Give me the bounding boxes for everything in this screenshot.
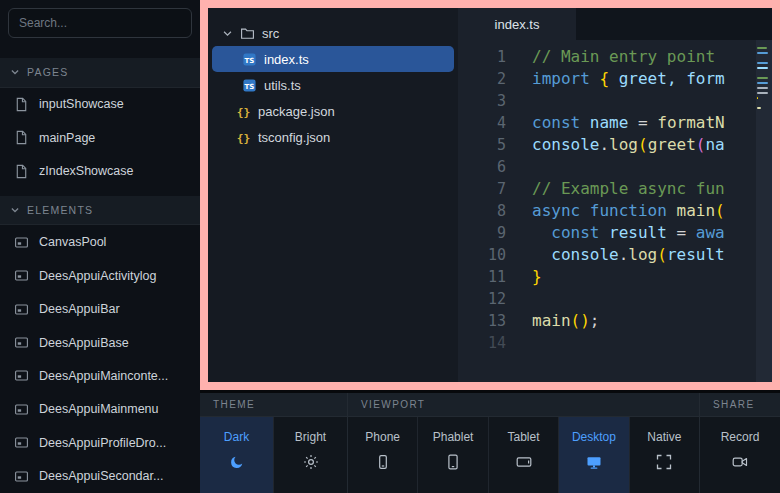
- phablet-icon: [445, 454, 461, 470]
- toolbar-group-viewport: VIEWPORT Phone Phablet Tablet: [348, 393, 700, 493]
- sidebar-item-mainPage[interactable]: mainPage: [0, 121, 200, 154]
- line-number: 8: [458, 200, 506, 222]
- code-line[interactable]: 13main();: [458, 310, 772, 332]
- tree-file-utils-ts[interactable]: TS utils.ts: [212, 72, 454, 98]
- code-line[interactable]: 12: [458, 288, 772, 310]
- search-wrap: [0, 0, 200, 46]
- sidebar-item-zIndexShowcase[interactable]: zIndexShowcase: [0, 154, 200, 187]
- code-line[interactable]: 14: [458, 332, 772, 354]
- toolbar-buttons-row: Record: [700, 417, 780, 493]
- code-text: import { greet, form: [532, 68, 725, 90]
- section-header-pages[interactable]: PAGES: [0, 58, 200, 88]
- viewport-desktop-button[interactable]: Desktop: [559, 417, 629, 493]
- line-number: 5: [458, 134, 506, 156]
- sidebar-item-label: DeesAppuiMainmenu: [39, 402, 159, 416]
- minimap-line: [757, 92, 768, 94]
- element-icon: [14, 435, 29, 450]
- main-column: src TS index.ts TS utils.ts {} package.j…: [200, 0, 780, 493]
- share-record-button[interactable]: Record: [700, 417, 780, 493]
- element-icon: [14, 402, 29, 417]
- sidebar-item-DeesAppuiMaincontent[interactable]: DeesAppuiMainconte...: [0, 359, 200, 392]
- code-text: async function main(: [532, 200, 725, 222]
- minimap-line: [757, 107, 761, 109]
- code-line[interactable]: 6: [458, 156, 772, 178]
- minimap-line: [757, 77, 768, 79]
- document-icon: [14, 164, 29, 179]
- code-area[interactable]: 1// Main entry point2import { greet, for…: [458, 40, 772, 382]
- sidebar-item-label: DeesAppuiMainconte...: [39, 369, 168, 383]
- element-icon: [14, 302, 29, 317]
- sun-icon: [303, 454, 319, 470]
- code-line[interactable]: 9 const result = awa: [458, 222, 772, 244]
- sidebar-item-inputShowcase[interactable]: inputShowcase: [0, 88, 200, 121]
- desktop-icon: [586, 454, 602, 470]
- code-line[interactable]: 2import { greet, form: [458, 68, 772, 90]
- toolbar-buttons-row: Dark Bright: [200, 417, 347, 493]
- code-text: console.log(result: [532, 244, 725, 266]
- tree-file-label: tsconfig.json: [258, 130, 330, 145]
- theme-dark-button[interactable]: Dark: [200, 417, 274, 493]
- sidebar-item-label: mainPage: [39, 131, 95, 145]
- element-icon: [14, 235, 29, 250]
- code-line[interactable]: 8async function main(: [458, 200, 772, 222]
- line-number: 13: [458, 310, 506, 332]
- button-label: Record: [721, 430, 760, 444]
- code-line[interactable]: 5console.log(greet(na: [458, 134, 772, 156]
- code-line[interactable]: 1// Main entry point: [458, 46, 772, 68]
- code-line[interactable]: 7// Example async fun: [458, 178, 772, 200]
- toolbar-buttons-row: Phone Phablet Tablet Desktop: [348, 417, 699, 493]
- viewport-phablet-button[interactable]: Phablet: [418, 417, 488, 493]
- code-line[interactable]: 11}: [458, 266, 772, 288]
- sidebar-item-DeesAppuiActivitylog[interactable]: DeesAppuiActivitylog: [0, 259, 200, 292]
- sidebar-item-label: CanvasPool: [39, 235, 106, 249]
- toolbar-group-share: SHARE Record: [700, 393, 780, 493]
- button-label: Bright: [295, 430, 326, 444]
- tree-file-tsconfig-json[interactable]: {} tsconfig.json: [212, 124, 454, 150]
- line-number: 1: [458, 46, 506, 68]
- code-line[interactable]: 4const name = formatN: [458, 112, 772, 134]
- code-text: const name = formatN: [532, 112, 725, 134]
- section-label: PAGES: [27, 66, 68, 78]
- minimap-line: [757, 97, 758, 99]
- sidebar-item-DeesAppuiProfileDropdown[interactable]: DeesAppuiProfileDro...: [0, 426, 200, 459]
- viewport-tablet-button[interactable]: Tablet: [489, 417, 559, 493]
- sidebar-item-DeesAppuiBase[interactable]: DeesAppuiBase: [0, 326, 200, 359]
- code-text: // Example async fun: [532, 178, 725, 200]
- code-lines: 1// Main entry point2import { greet, for…: [458, 46, 772, 354]
- sidebar-item-CanvasPool[interactable]: CanvasPool: [0, 225, 200, 258]
- tree-folder-src[interactable]: src: [212, 20, 454, 46]
- tree-file-index-ts[interactable]: TS index.ts: [212, 46, 454, 72]
- tablet-icon: [516, 454, 532, 470]
- typescript-file-icon: TS: [242, 78, 257, 93]
- code-line[interactable]: 3: [458, 90, 772, 112]
- toolbar-group-header: THEME: [200, 393, 347, 417]
- toolbar-group-label: SHARE: [713, 399, 754, 410]
- tab-index-ts[interactable]: index.ts: [458, 8, 576, 40]
- tree-file-label: package.json: [258, 104, 335, 119]
- line-number: 2: [458, 68, 506, 90]
- svg-text:TS: TS: [245, 81, 255, 90]
- sidebar-item-label: DeesAppuiBase: [39, 336, 129, 350]
- code-line[interactable]: 10 console.log(result: [458, 244, 772, 266]
- editor-tab-bar: index.ts: [458, 8, 772, 40]
- minimap-line: [757, 87, 768, 89]
- element-icon: [14, 469, 29, 484]
- viewport-phone-button[interactable]: Phone: [348, 417, 418, 493]
- sidebar-item-label: inputShowcase: [39, 97, 124, 111]
- sidebar-item-DeesAppuiSecondarymenu[interactable]: DeesAppuiSecondar...: [0, 460, 200, 493]
- section-header-elements[interactable]: ELEMENTS: [0, 196, 200, 226]
- story-canvas-highlight: src TS index.ts TS utils.ts {} package.j…: [200, 0, 780, 390]
- viewport-native-button[interactable]: Native: [630, 417, 699, 493]
- bottom-toolbar: THEME Dark Bright VIEWPORT: [200, 390, 780, 493]
- code-text: // Main entry point: [532, 46, 715, 68]
- minimap[interactable]: [757, 47, 770, 114]
- search-input[interactable]: [8, 8, 192, 38]
- sidebar: PAGES inputShowcase mainPage zIndexShowc…: [0, 0, 200, 493]
- sidebar-item-DeesAppuiMainmenu[interactable]: DeesAppuiMainmenu: [0, 393, 200, 426]
- line-number: 14: [458, 332, 506, 354]
- tree-file-package-json[interactable]: {} package.json: [212, 98, 454, 124]
- theme-bright-button[interactable]: Bright: [274, 417, 347, 493]
- code-editor: src TS index.ts TS utils.ts {} package.j…: [208, 8, 772, 382]
- svg-text:{}: {}: [237, 105, 251, 118]
- sidebar-item-DeesAppuiBar[interactable]: DeesAppuiBar: [0, 292, 200, 325]
